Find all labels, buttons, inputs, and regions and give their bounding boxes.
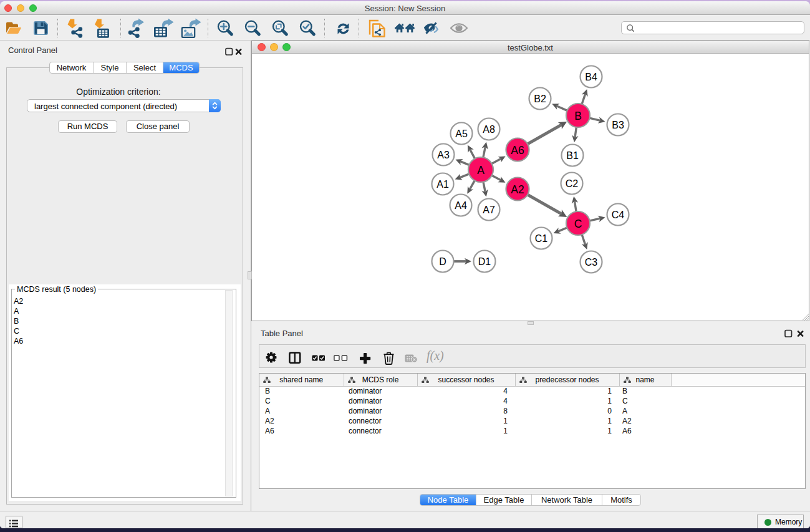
svg-text:A6: A6	[511, 144, 524, 157]
svg-text:B: B	[574, 110, 582, 122]
svg-text:C: C	[574, 218, 582, 230]
svg-text:D: D	[439, 256, 446, 267]
svg-text:A8: A8	[483, 124, 495, 135]
svg-text:A7: A7	[483, 205, 495, 215]
svg-text:D1: D1	[478, 256, 491, 267]
svg-text:A4: A4	[455, 200, 467, 211]
svg-text:C3: C3	[585, 257, 598, 268]
svg-text:B2: B2	[534, 94, 546, 104]
svg-text:A: A	[477, 164, 485, 177]
svg-text:B3: B3	[612, 120, 624, 130]
svg-text:A2: A2	[511, 183, 524, 196]
svg-text:A1: A1	[436, 179, 449, 190]
svg-text:B4: B4	[585, 72, 597, 82]
svg-text:C1: C1	[535, 233, 548, 244]
svg-text:C4: C4	[612, 210, 625, 220]
svg-text:A5: A5	[455, 128, 468, 139]
svg-text:A3: A3	[437, 150, 450, 160]
svg-text:C2: C2	[566, 178, 579, 189]
svg-text:B1: B1	[566, 150, 579, 161]
